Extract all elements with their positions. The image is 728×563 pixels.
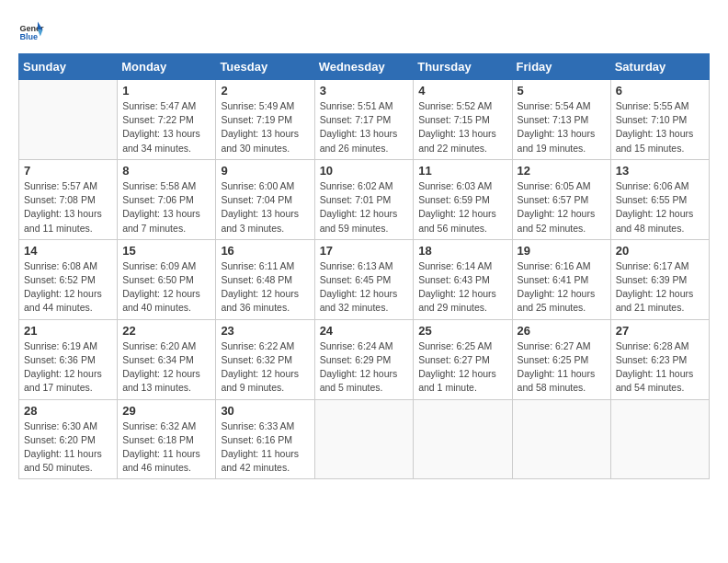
day-number: 24	[320, 324, 409, 338]
day-cell	[414, 399, 512, 479]
day-cell	[512, 399, 610, 479]
col-header-thursday: Thursday	[414, 54, 512, 80]
day-number: 8	[122, 164, 210, 178]
day-number: 3	[320, 84, 409, 98]
day-cell: 4Sunrise: 5:52 AMSunset: 7:15 PMDaylight…	[414, 80, 512, 160]
day-info: Sunrise: 6:25 AMSunset: 6:27 PMDaylight:…	[418, 339, 506, 396]
week-row-2: 7Sunrise: 5:57 AMSunset: 7:08 PMDaylight…	[19, 159, 710, 239]
day-number: 17	[320, 244, 409, 258]
day-cell: 9Sunrise: 6:00 AMSunset: 7:04 PMDaylight…	[216, 159, 314, 239]
col-header-sunday: Sunday	[19, 54, 118, 80]
day-info: Sunrise: 5:58 AMSunset: 7:06 PMDaylight:…	[122, 179, 210, 236]
day-number: 21	[24, 324, 112, 338]
day-info: Sunrise: 6:17 AMSunset: 6:39 PMDaylight:…	[616, 259, 704, 316]
day-number: 1	[122, 84, 210, 98]
day-cell: 6Sunrise: 5:55 AMSunset: 7:10 PMDaylight…	[610, 80, 709, 160]
day-number: 25	[418, 324, 506, 338]
day-number: 19	[518, 244, 606, 258]
day-info: Sunrise: 6:11 AMSunset: 6:48 PMDaylight:…	[221, 259, 309, 316]
week-row-4: 21Sunrise: 6:19 AMSunset: 6:36 PMDayligh…	[19, 319, 710, 399]
day-cell: 1Sunrise: 5:47 AMSunset: 7:22 PMDaylight…	[118, 80, 216, 160]
day-cell: 27Sunrise: 6:28 AMSunset: 6:23 PMDayligh…	[610, 319, 709, 399]
week-row-5: 28Sunrise: 6:30 AMSunset: 6:20 PMDayligh…	[19, 399, 710, 479]
day-info: Sunrise: 6:09 AMSunset: 6:50 PMDaylight:…	[122, 259, 210, 316]
day-number: 14	[24, 244, 112, 258]
week-row-3: 14Sunrise: 6:08 AMSunset: 6:52 PMDayligh…	[19, 239, 710, 319]
header-row: SundayMondayTuesdayWednesdayThursdayFrid…	[19, 54, 710, 80]
day-cell: 5Sunrise: 5:54 AMSunset: 7:13 PMDaylight…	[512, 80, 610, 160]
col-header-monday: Monday	[118, 54, 216, 80]
day-number: 4	[418, 84, 506, 98]
day-info: Sunrise: 6:08 AMSunset: 6:52 PMDaylight:…	[24, 259, 112, 316]
day-cell: 20Sunrise: 6:17 AMSunset: 6:39 PMDayligh…	[610, 239, 709, 319]
day-info: Sunrise: 6:16 AMSunset: 6:41 PMDaylight:…	[518, 259, 606, 316]
day-cell: 19Sunrise: 6:16 AMSunset: 6:41 PMDayligh…	[512, 239, 610, 319]
day-number: 9	[221, 164, 309, 178]
day-number: 10	[320, 164, 409, 178]
day-number: 11	[418, 164, 506, 178]
day-cell: 10Sunrise: 6:02 AMSunset: 7:01 PMDayligh…	[314, 159, 414, 239]
day-cell: 24Sunrise: 6:24 AMSunset: 6:29 PMDayligh…	[314, 319, 414, 399]
day-cell: 21Sunrise: 6:19 AMSunset: 6:36 PMDayligh…	[19, 319, 118, 399]
day-info: Sunrise: 6:00 AMSunset: 7:04 PMDaylight:…	[221, 179, 309, 236]
day-info: Sunrise: 6:32 AMSunset: 6:18 PMDaylight:…	[122, 419, 210, 476]
day-number: 7	[24, 164, 112, 178]
day-info: Sunrise: 5:49 AMSunset: 7:19 PMDaylight:…	[221, 99, 309, 155]
page-header: General Blue	[18, 18, 710, 44]
day-cell: 13Sunrise: 6:06 AMSunset: 6:55 PMDayligh…	[610, 159, 709, 239]
day-number: 26	[518, 324, 606, 338]
logo: General Blue	[18, 18, 48, 44]
day-info: Sunrise: 5:51 AMSunset: 7:17 PMDaylight:…	[320, 99, 409, 155]
day-info: Sunrise: 5:55 AMSunset: 7:10 PMDaylight:…	[616, 99, 704, 155]
day-info: Sunrise: 5:57 AMSunset: 7:08 PMDaylight:…	[24, 179, 112, 236]
day-number: 12	[518, 164, 606, 178]
day-info: Sunrise: 6:19 AMSunset: 6:36 PMDaylight:…	[24, 339, 112, 396]
day-cell: 22Sunrise: 6:20 AMSunset: 6:34 PMDayligh…	[118, 319, 216, 399]
day-info: Sunrise: 6:30 AMSunset: 6:20 PMDaylight:…	[24, 419, 112, 476]
day-number: 15	[122, 244, 210, 258]
day-cell: 12Sunrise: 6:05 AMSunset: 6:57 PMDayligh…	[512, 159, 610, 239]
day-cell: 28Sunrise: 6:30 AMSunset: 6:20 PMDayligh…	[19, 399, 118, 479]
day-info: Sunrise: 6:24 AMSunset: 6:29 PMDaylight:…	[320, 339, 409, 396]
day-info: Sunrise: 6:28 AMSunset: 6:23 PMDaylight:…	[616, 339, 704, 396]
day-cell: 17Sunrise: 6:13 AMSunset: 6:45 PMDayligh…	[314, 239, 414, 319]
week-row-1: 1Sunrise: 5:47 AMSunset: 7:22 PMDaylight…	[19, 80, 710, 160]
day-cell: 3Sunrise: 5:51 AMSunset: 7:17 PMDaylight…	[314, 80, 414, 160]
day-cell: 8Sunrise: 5:58 AMSunset: 7:06 PMDaylight…	[118, 159, 216, 239]
calendar-table: SundayMondayTuesdayWednesdayThursdayFrid…	[18, 53, 710, 479]
day-number: 13	[616, 164, 704, 178]
day-number: 23	[221, 324, 309, 338]
day-number: 22	[122, 324, 210, 338]
day-cell: 2Sunrise: 5:49 AMSunset: 7:19 PMDaylight…	[216, 80, 314, 160]
day-cell: 29Sunrise: 6:32 AMSunset: 6:18 PMDayligh…	[118, 399, 216, 479]
day-cell: 18Sunrise: 6:14 AMSunset: 6:43 PMDayligh…	[414, 239, 512, 319]
day-cell: 23Sunrise: 6:22 AMSunset: 6:32 PMDayligh…	[216, 319, 314, 399]
day-number: 16	[221, 244, 309, 258]
day-info: Sunrise: 6:05 AMSunset: 6:57 PMDaylight:…	[518, 179, 606, 236]
col-header-wednesday: Wednesday	[314, 54, 414, 80]
day-info: Sunrise: 5:52 AMSunset: 7:15 PMDaylight:…	[418, 99, 506, 155]
day-number: 27	[616, 324, 704, 338]
day-cell: 14Sunrise: 6:08 AMSunset: 6:52 PMDayligh…	[19, 239, 118, 319]
col-header-saturday: Saturday	[610, 54, 709, 80]
day-info: Sunrise: 6:14 AMSunset: 6:43 PMDaylight:…	[418, 259, 506, 316]
day-cell: 15Sunrise: 6:09 AMSunset: 6:50 PMDayligh…	[118, 239, 216, 319]
day-info: Sunrise: 6:13 AMSunset: 6:45 PMDaylight:…	[320, 259, 409, 316]
day-info: Sunrise: 5:47 AMSunset: 7:22 PMDaylight:…	[122, 99, 210, 155]
day-cell: 16Sunrise: 6:11 AMSunset: 6:48 PMDayligh…	[216, 239, 314, 319]
day-number: 6	[616, 84, 704, 98]
col-header-friday: Friday	[512, 54, 610, 80]
day-cell	[19, 80, 118, 160]
day-number: 20	[616, 244, 704, 258]
day-info: Sunrise: 6:22 AMSunset: 6:32 PMDaylight:…	[221, 339, 309, 396]
day-info: Sunrise: 6:27 AMSunset: 6:25 PMDaylight:…	[518, 339, 606, 396]
logo-icon: General Blue	[18, 18, 44, 44]
day-cell: 26Sunrise: 6:27 AMSunset: 6:25 PMDayligh…	[512, 319, 610, 399]
day-cell: 30Sunrise: 6:33 AMSunset: 6:16 PMDayligh…	[216, 399, 314, 479]
day-number: 5	[518, 84, 606, 98]
day-info: Sunrise: 6:33 AMSunset: 6:16 PMDaylight:…	[221, 419, 309, 476]
day-info: Sunrise: 6:03 AMSunset: 6:59 PMDaylight:…	[418, 179, 506, 236]
day-info: Sunrise: 5:54 AMSunset: 7:13 PMDaylight:…	[518, 99, 606, 155]
day-cell: 11Sunrise: 6:03 AMSunset: 6:59 PMDayligh…	[414, 159, 512, 239]
day-cell: 7Sunrise: 5:57 AMSunset: 7:08 PMDaylight…	[19, 159, 118, 239]
